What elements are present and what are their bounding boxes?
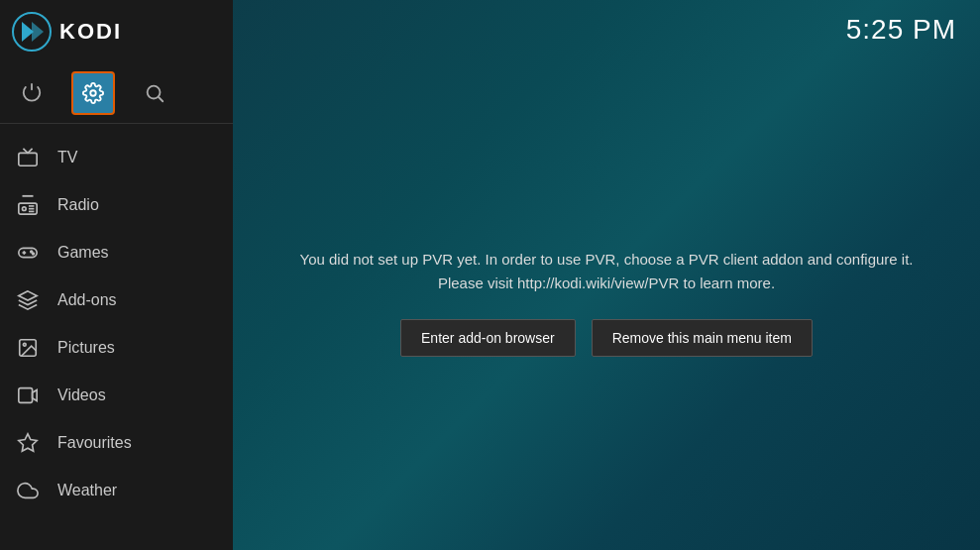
sidebar-label-weather: Weather	[57, 482, 117, 499]
enter-addon-browser-button[interactable]: Enter add-on browser	[400, 319, 576, 357]
sidebar-item-games[interactable]: Games	[0, 229, 233, 276]
pictures-icon	[14, 334, 42, 362]
clock: 5:25 PM	[846, 14, 956, 46]
gear-icon	[82, 82, 104, 104]
power-button[interactable]	[10, 71, 54, 115]
svg-marker-2	[32, 22, 44, 42]
svg-rect-19	[19, 388, 33, 403]
sidebar-item-tv[interactable]: TV	[0, 134, 233, 181]
sidebar: KODI	[0, 0, 233, 550]
power-icon	[21, 82, 43, 104]
svg-rect-6	[19, 153, 37, 165]
pvr-content-area: You did not set up PVR yet. In order to …	[233, 54, 980, 550]
sidebar-item-weather[interactable]: Weather	[0, 467, 233, 514]
sidebar-item-radio[interactable]: Radio	[0, 181, 233, 229]
sidebar-label-pictures: Pictures	[57, 339, 115, 357]
sidebar-header: KODI	[0, 0, 233, 63]
search-button[interactable]	[133, 71, 176, 115]
sidebar-item-addons[interactable]: Add-ons	[0, 276, 233, 324]
svg-point-4	[148, 86, 161, 99]
sidebar-item-pictures[interactable]: Pictures	[0, 324, 233, 372]
action-buttons: Enter add-on browser Remove this main me…	[400, 319, 813, 357]
sidebar-item-favourites[interactable]: Favourites	[0, 419, 233, 467]
sidebar-label-tv: TV	[57, 149, 77, 166]
pvr-message: You did not set up PVR yet. In order to …	[292, 248, 921, 295]
sidebar-label-radio: Radio	[57, 196, 99, 214]
star-icon	[14, 429, 42, 457]
videos-icon	[14, 382, 42, 409]
radio-icon	[14, 191, 42, 219]
sidebar-icon-row	[0, 63, 233, 124]
svg-marker-21	[19, 434, 37, 451]
svg-marker-20	[33, 390, 38, 401]
remove-menu-item-button[interactable]: Remove this main menu item	[592, 319, 813, 357]
svg-point-16	[33, 253, 35, 255]
sidebar-label-games: Games	[57, 244, 109, 262]
app-title: KODI	[59, 19, 122, 45]
svg-line-5	[159, 97, 163, 101]
kodi-logo	[12, 12, 52, 52]
tv-icon	[14, 144, 42, 171]
cloud-icon	[14, 477, 42, 504]
top-bar: 5:25 PM	[233, 0, 980, 54]
addons-icon	[14, 286, 42, 314]
search-icon	[144, 82, 165, 104]
gamepad-icon	[14, 239, 42, 267]
sidebar-nav: TV Radio	[0, 130, 233, 518]
svg-point-3	[90, 90, 96, 96]
main-content: 5:25 PM You did not set up PVR yet. In o…	[233, 0, 980, 550]
sidebar-label-favourites: Favourites	[57, 434, 132, 452]
sidebar-item-videos[interactable]: Videos	[0, 372, 233, 419]
sidebar-label-videos: Videos	[57, 386, 106, 404]
settings-button[interactable]	[71, 71, 115, 115]
svg-point-9	[23, 207, 27, 211]
sidebar-label-addons: Add-ons	[57, 291, 117, 309]
svg-point-18	[23, 343, 26, 346]
